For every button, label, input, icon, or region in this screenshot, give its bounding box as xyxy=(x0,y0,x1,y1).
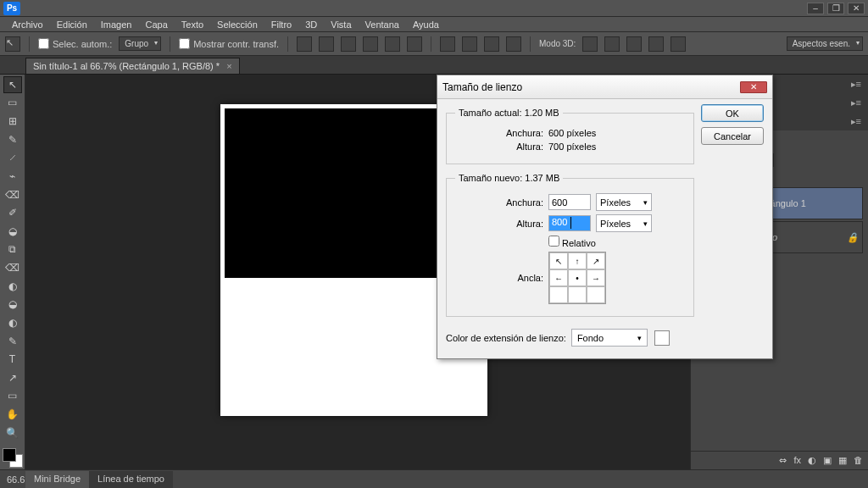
width-unit-dropdown[interactable]: Píxeles xyxy=(596,193,652,211)
menu-text[interactable]: Texto xyxy=(175,18,210,31)
dialog-title: Tamaño de lienzo xyxy=(442,81,522,93)
anchor-cell[interactable]: → xyxy=(587,269,605,286)
anchor-cell[interactable]: ↗ xyxy=(587,252,605,269)
color-swatches[interactable] xyxy=(3,448,23,469)
crop-tool[interactable]: ⟋ xyxy=(3,150,22,167)
auto-select-checkbox[interactable]: Selec. autom.: xyxy=(38,38,112,49)
distribute-icon[interactable] xyxy=(506,36,521,52)
extension-color-dropdown[interactable]: Fondo xyxy=(571,329,648,347)
tab-mini-bridge[interactable]: Mini Bridge xyxy=(25,471,89,488)
anchor-cell[interactable] xyxy=(549,286,568,303)
brush-tool[interactable]: ✐ xyxy=(3,204,22,221)
anchor-cell[interactable] xyxy=(587,286,605,303)
height-input[interactable]: 800 xyxy=(548,215,591,231)
history-brush-tool[interactable]: ⧉ xyxy=(3,241,22,258)
3d-icon[interactable] xyxy=(626,36,642,52)
3d-icon[interactable] xyxy=(582,36,598,52)
hand-tool[interactable]: ✋ xyxy=(3,406,22,423)
stamp-tool[interactable]: ◒ xyxy=(3,223,22,240)
foreground-color-swatch[interactable] xyxy=(3,448,16,462)
app-logo: Ps xyxy=(3,2,20,15)
align-icon[interactable] xyxy=(407,36,422,52)
zoom-tool[interactable]: 🔍 xyxy=(3,424,22,441)
new-group-icon[interactable]: ▣ xyxy=(823,455,832,466)
menu-bar: Archivo Edición Imagen Capa Texto Selecc… xyxy=(0,17,868,32)
mask-icon[interactable]: ◐ xyxy=(808,455,816,466)
anchor-cell[interactable]: ↖ xyxy=(549,252,568,269)
shape-tool[interactable]: ▭ xyxy=(3,388,22,405)
document-tab[interactable]: Sin título-1 al 66.7% (Rectángulo 1, RGB… xyxy=(25,58,240,74)
menu-help[interactable]: Ayuda xyxy=(406,18,446,31)
anchor-cell[interactable]: ↑ xyxy=(568,252,587,269)
3d-icon[interactable] xyxy=(648,36,664,52)
workspace-dropdown[interactable]: Aspectos esen. xyxy=(787,36,863,51)
delete-layer-icon[interactable]: 🗑 xyxy=(854,455,863,466)
magic-wand-tool[interactable]: ✎ xyxy=(3,131,22,148)
auto-select-mode-dropdown[interactable]: Grupo xyxy=(119,36,161,51)
panel-menu-icon[interactable]: ▸≡ xyxy=(848,97,865,108)
options-bar: ↖ Selec. autom.: Grupo Mostrar contr. tr… xyxy=(0,32,868,56)
distribute-icon[interactable] xyxy=(484,36,499,52)
path-select-tool[interactable]: ↗ xyxy=(3,369,22,386)
toolbox: ↖ ▭ ⊞ ✎ ⟋ ⌁ ⌫ ✐ ◒ ⧉ ⌫ ◐ ◒ ◐ ✎ T ↗ ▭ ✋ 🔍 xyxy=(0,75,25,469)
heal-tool[interactable]: ⌫ xyxy=(3,186,22,203)
align-icon[interactable] xyxy=(297,36,312,52)
relative-checkbox[interactable]: Relativo xyxy=(548,236,596,248)
3d-icon[interactable] xyxy=(670,36,686,52)
menu-filter[interactable]: Filtro xyxy=(264,18,298,31)
gradient-tool[interactable]: ◐ xyxy=(3,278,22,295)
current-size-legend: Tamaño actual: 1.20 MB xyxy=(455,108,563,118)
menu-select[interactable]: Selección xyxy=(210,18,264,31)
menu-view[interactable]: Vista xyxy=(324,18,358,31)
3d-icon[interactable] xyxy=(604,36,620,52)
anchor-grid[interactable]: ↖ ↑ ↗ ← • → xyxy=(548,252,606,304)
anchor-cell[interactable]: ← xyxy=(549,269,568,286)
dodge-tool[interactable]: ◐ xyxy=(3,314,22,331)
height-label: Altura: xyxy=(455,141,548,152)
extension-color-swatch[interactable] xyxy=(654,330,670,346)
align-icon[interactable] xyxy=(341,36,356,52)
menu-layer[interactable]: Capa xyxy=(138,18,174,31)
maximize-button[interactable]: ❐ xyxy=(827,3,844,14)
mode-3d-label: Modo 3D: xyxy=(539,39,576,48)
align-icon[interactable] xyxy=(319,36,334,52)
distribute-icon[interactable] xyxy=(440,36,455,52)
lock-icon: 🔒 xyxy=(847,232,859,243)
eyedropper-tool[interactable]: ⌁ xyxy=(3,168,22,185)
close-window-button[interactable]: ✕ xyxy=(848,3,865,14)
new-layer-icon[interactable]: ▦ xyxy=(838,455,847,466)
menu-3d[interactable]: 3D xyxy=(298,18,324,31)
menu-image[interactable]: Imagen xyxy=(94,18,139,31)
type-tool[interactable]: T xyxy=(3,351,22,368)
pen-tool[interactable]: ✎ xyxy=(3,333,22,350)
eraser-tool[interactable]: ⌫ xyxy=(3,259,22,276)
height-unit-dropdown[interactable]: Píxeles xyxy=(596,214,652,232)
link-layers-icon[interactable]: ⇔ xyxy=(779,455,787,466)
ok-button[interactable]: OK xyxy=(701,104,764,122)
width-input[interactable] xyxy=(548,194,591,210)
menu-edit[interactable]: Edición xyxy=(50,18,94,31)
dialog-close-button[interactable]: ✕ xyxy=(740,81,767,93)
menu-file[interactable]: Archivo xyxy=(5,18,50,31)
show-transform-checkbox[interactable]: Mostrar contr. transf. xyxy=(179,38,279,49)
fx-icon[interactable]: fx xyxy=(793,455,801,466)
move-tool[interactable]: ↖ xyxy=(3,76,22,93)
anchor-cell[interactable] xyxy=(568,286,587,303)
anchor-cell[interactable]: • xyxy=(568,269,587,286)
height-label: Altura: xyxy=(455,219,548,229)
align-icon[interactable] xyxy=(385,36,400,52)
menu-window[interactable]: Ventana xyxy=(359,18,406,31)
minimize-button[interactable]: – xyxy=(807,3,824,14)
tab-timeline[interactable]: Línea de tiempo xyxy=(89,471,173,488)
marquee-tool[interactable]: ▭ xyxy=(3,95,22,112)
current-height-value: 700 píxeles xyxy=(548,141,596,152)
panel-menu-icon[interactable]: ▸≡ xyxy=(848,116,865,127)
blur-tool[interactable]: ◒ xyxy=(3,297,22,313)
cancel-button[interactable]: Cancelar xyxy=(701,127,764,145)
close-tab-icon[interactable]: × xyxy=(226,61,231,71)
panel-menu-icon[interactable]: ▸≡ xyxy=(848,79,865,90)
align-icon[interactable] xyxy=(363,36,378,52)
lasso-tool[interactable]: ⊞ xyxy=(3,113,22,130)
current-width-value: 600 píxeles xyxy=(548,128,596,138)
distribute-icon[interactable] xyxy=(462,36,477,52)
